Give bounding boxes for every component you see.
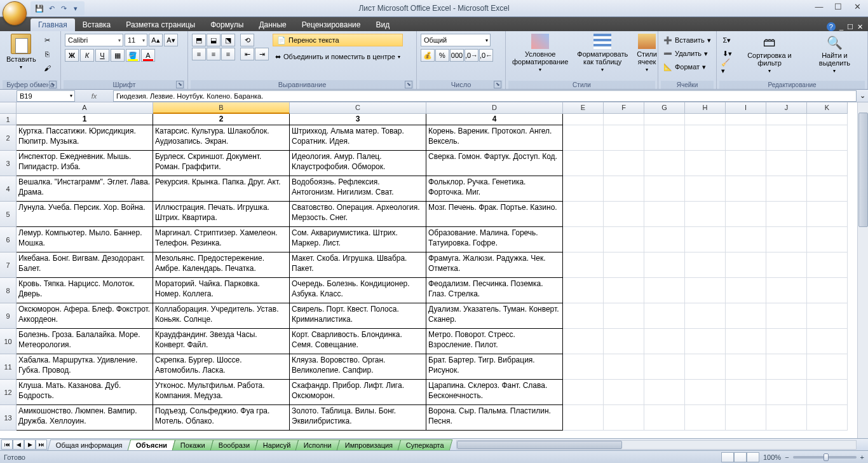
tab-nav-last-icon[interactable]: ⏭ — [36, 439, 47, 450]
cell[interactable]: Кляуза. Воровство. Орган. Великолепие. С… — [290, 354, 426, 380]
cell[interactable]: 2 — [153, 114, 290, 125]
cell[interactable]: Скафандр. Прибор. Лифт. Лига. Оксюморон. — [290, 380, 426, 405]
row-header-13[interactable]: 13 — [0, 405, 17, 431]
horizontal-scrollbar[interactable] — [456, 440, 857, 450]
cell[interactable]: Макет. Скоба. Игрушка. Швабра. Пакет. — [290, 252, 426, 278]
cell[interactable]: Ворона. Сыр. Пальма. Пластилин. Песня. — [426, 405, 563, 431]
cell[interactable]: Фрамуга. Жалюзи. Радужка. Чек. Отметка. — [426, 252, 563, 278]
cell[interactable]: Мезольянс. Предостережение. Амбре. Кален… — [153, 252, 290, 278]
cell[interactable]: Метро. Поворот. Стресс. Взросление. Пило… — [426, 329, 563, 354]
align-bottom-icon[interactable]: ⬔ — [221, 34, 235, 46]
close-button[interactable]: ✕ — [848, 0, 867, 13]
cell[interactable]: Штрихкод. Альма матер. Товар. Соратник. … — [290, 125, 426, 151]
minimize-button[interactable]: — — [810, 0, 829, 13]
align-right-icon[interactable]: ≡ — [221, 48, 235, 60]
align-middle-icon[interactable]: ⬓ — [207, 34, 220, 46]
formula-expand-icon[interactable]: ⌄ — [857, 92, 868, 100]
cell[interactable]: Болезнь. Гроза. Балалайка. Море. Метеоро… — [17, 329, 153, 354]
name-box[interactable]: B19 — [17, 90, 75, 102]
cell[interactable]: Сверка. Гомон. Фартук. Доступ. Код. — [426, 151, 563, 176]
cell[interactable]: Катарсис. Культура. Шлакоблок. Аудиозапи… — [153, 125, 290, 151]
cell[interactable]: Сватовство. Операция. Археология. Мерзос… — [290, 202, 426, 227]
cell[interactable]: Брат. Бартер. Тигр. Вибрация. Рисунок. — [426, 354, 563, 380]
fx-icon[interactable]: fx — [75, 92, 113, 100]
cell[interactable]: Золото. Таблица. Вилы. Бонг. Эквилибрист… — [290, 405, 426, 431]
row-header-2[interactable]: 2 — [0, 125, 17, 151]
align-left-icon[interactable]: ≡ — [192, 48, 206, 60]
cell[interactable]: Мозг. Печень. Фрак. Портье. Казино. — [426, 202, 563, 227]
zoom-out-icon[interactable]: − — [785, 453, 789, 461]
sheet-tab[interactable]: Исполни — [295, 439, 340, 450]
select-all-corner[interactable] — [0, 102, 17, 114]
cell[interactable]: Лемур. Компьютер. Мыло. Баннер. Мошка. — [17, 227, 153, 252]
ribbon-restore-icon[interactable]: ☐ — [847, 23, 853, 31]
ribbon-tab-1[interactable]: Вставка — [75, 18, 119, 31]
cell[interactable]: Вешалка. "Инстаграмм". Эглет. Лава. Драм… — [17, 176, 153, 202]
row-header-1[interactable]: 1 — [0, 114, 17, 125]
redo-icon[interactable]: ↷ — [58, 3, 69, 13]
col-header-C[interactable]: C — [290, 102, 426, 114]
cell[interactable]: Фольклор. Ручка. Генетика. Форточка. Миг… — [426, 176, 563, 202]
wrap-text-button[interactable]: 📄Перенос текста — [273, 34, 403, 46]
format-as-table-button[interactable]: Форматировать как таблицу▾ — [573, 32, 632, 74]
cell[interactable]: Дуализм. Указатель. Туман. Конверт. Скан… — [426, 303, 563, 329]
sheet-tab[interactable]: Импровизация — [337, 439, 402, 450]
merge-center-button[interactable]: ⬌Объединить и поместить в центре ▾ — [273, 50, 403, 63]
sort-filter-button[interactable]: 🗃Сортировка и фильтр▾ — [736, 34, 803, 75]
cell[interactable]: Оксюморон. Афера. Блеф. Фокстрот. Аккорд… — [17, 303, 153, 329]
row-header-10[interactable]: 10 — [0, 329, 17, 354]
tab-nav-prev-icon[interactable]: ◀ — [13, 439, 24, 450]
cell[interactable]: Коллаборация. Учредитель. Устав. Коньяк.… — [153, 303, 290, 329]
row-header-8[interactable]: 8 — [0, 278, 17, 303]
dialog-launcher-icon[interactable]: ⬊ — [176, 81, 184, 88]
cell-styles-button[interactable]: Стили ячеек▾ — [633, 32, 661, 74]
sheet-tab[interactable]: Покажи — [172, 439, 214, 450]
vertical-scrollbar[interactable] — [857, 102, 868, 438]
view-layout-icon[interactable] — [734, 452, 747, 462]
copy-icon[interactable]: ⎘ — [41, 48, 54, 60]
find-select-button[interactable]: 🔍Найти и выделить▾ — [806, 34, 864, 75]
autosum-icon[interactable]: Σ▾ — [721, 34, 733, 46]
cell[interactable]: Корень. Вареник. Протокол. Ангел. Вексел… — [426, 125, 563, 151]
font-size-combo[interactable]: 11 — [125, 34, 147, 46]
cut-icon[interactable]: ✂ — [41, 34, 54, 46]
row-header-3[interactable]: 3 — [0, 151, 17, 176]
cell[interactable]: Иллюстрация. Печать. Игрушка. Штрих. Ква… — [153, 202, 290, 227]
maximize-button[interactable]: ☐ — [829, 0, 848, 13]
cell[interactable]: Образование. Малина. Горечь. Татуировка.… — [426, 227, 563, 252]
clear-icon[interactable]: 🧹▾ — [721, 60, 733, 73]
cell[interactable]: Краудфандинг. Звезда Часы. Конверт. Файл… — [153, 329, 290, 354]
col-header-J[interactable]: J — [766, 102, 807, 114]
ribbon-close-icon[interactable]: ✕ — [857, 23, 863, 31]
cell[interactable]: Клуша. Мать. Казанова. Дуб. Бодрость. — [17, 380, 153, 405]
cell[interactable]: Бурлеск. Скриншот. Документ. Роман. Граф… — [153, 151, 290, 176]
ribbon-tab-2[interactable]: Разметка страницы — [118, 18, 203, 31]
increase-decimal-icon[interactable]: ,0→ — [465, 49, 478, 62]
ribbon-tab-0[interactable]: Главная — [31, 18, 75, 31]
cell[interactable]: Хабалка. Маршрутка. Удивление. Губка. Пр… — [17, 354, 153, 380]
sheet-tab[interactable]: Нарисуй — [254, 439, 299, 450]
col-header-B[interactable]: B — [153, 102, 290, 114]
cell[interactable]: Утконос. Мультфильм. Работа. Компания. М… — [153, 380, 290, 405]
cell[interactable]: Маргинал. Стриптизер. Хамелеон. Телефон.… — [153, 227, 290, 252]
align-top-icon[interactable]: ⬒ — [192, 34, 206, 46]
dialog-launcher-icon[interactable]: ⬊ — [49, 81, 57, 88]
ribbon-minimize-icon[interactable]: _ — [839, 23, 843, 31]
comma-icon[interactable]: 000 — [450, 49, 464, 62]
italic-button[interactable]: К — [80, 49, 94, 62]
zoom-slider[interactable] — [793, 456, 857, 459]
cell[interactable]: 3 — [290, 114, 426, 125]
cell[interactable]: Амикошонство. Люмпен. Вампир. Дружба. Хе… — [17, 405, 153, 431]
format-cells-button[interactable]: 📐 Формат ▾ — [662, 60, 707, 73]
percent-icon[interactable]: % — [435, 49, 449, 62]
cell[interactable]: Корт. Сварливость. Блондинка. Семя. Сове… — [290, 329, 426, 354]
row-header-7[interactable]: 7 — [0, 252, 17, 278]
row-header-9[interactable]: 9 — [0, 303, 17, 329]
sheet-tab[interactable]: Суперкарта — [398, 439, 452, 450]
cell[interactable]: Свирель. Порт. Квест. Полоса. Криминалис… — [290, 303, 426, 329]
help-icon[interactable]: ? — [827, 22, 836, 31]
col-header-E[interactable]: E — [563, 102, 604, 114]
col-header-D[interactable]: D — [426, 102, 563, 114]
cell[interactable]: Идеология. Амур. Палец. Клаустрофобия. О… — [290, 151, 426, 176]
cell[interactable]: Феодализм. Песчинка. Поземка. Глаз. Стре… — [426, 278, 563, 303]
